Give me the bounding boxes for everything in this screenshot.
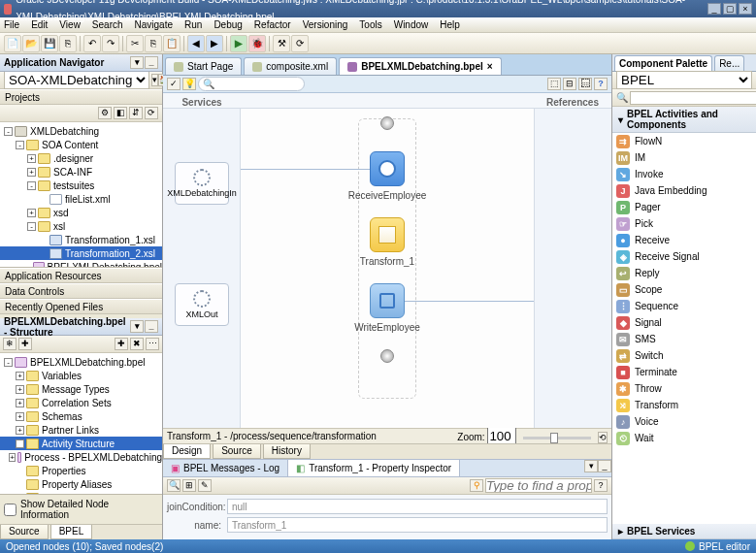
prop-help-button[interactable]: ? [594, 479, 608, 492]
process-canvas[interactable]: ReceiveEmployee Transform_1 WriteEmploye… [241, 109, 534, 428]
struct-freeze-button[interactable]: ❄ [3, 338, 16, 350]
palette-search-input[interactable] [630, 91, 756, 105]
palette-section-header[interactable]: ▾ BPEL Activities and Components [612, 107, 756, 133]
tab-design[interactable]: Design [163, 444, 211, 459]
proj-view-button[interactable]: ◧ [114, 107, 127, 119]
show-detail-input[interactable] [4, 504, 16, 516]
structure-menu-button[interactable]: ▾ [130, 320, 144, 333]
tree-node[interactable]: Transformation_2.xsl [0, 246, 162, 260]
forward-button[interactable]: ▶ [206, 35, 223, 52]
panel-close-button[interactable]: _ [145, 56, 158, 69]
editor-tab[interactable]: BPELXMLDebatching.bpel × [339, 57, 501, 75]
palette-item[interactable]: ✱Throw [612, 380, 756, 397]
recent-files-section[interactable]: Recently Opened Files [0, 299, 162, 314]
tree-expander[interactable]: + [27, 168, 36, 177]
bind-button[interactable]: ⚲ [470, 479, 483, 492]
main-toolbar[interactable]: 📄 📂 💾 ⎘ ↶ ↷ ✂ ⎘ 📋 ◀ ▶ ▶ 🐞 ⚒ ⟳ [0, 33, 756, 54]
palette-item[interactable]: ✉SMS [612, 331, 756, 347]
designer-toolbar[interactable]: ✓ 💡 🔍 ⬚ ⊟ ⿳ ? [163, 76, 611, 93]
palette-item[interactable]: ↩Reply [612, 265, 756, 281]
tree-expander[interactable]: - [16, 439, 24, 448]
palette-item[interactable]: ♪Voice [612, 413, 756, 430]
palette-item[interactable]: ↘Invoke [612, 166, 756, 182]
back-button[interactable]: ◀ [187, 35, 205, 52]
maximize-button[interactable]: ▢ [723, 3, 737, 15]
projects-section-header[interactable]: Projects [0, 89, 162, 105]
partner-link-out[interactable]: XMLOut [175, 283, 229, 326]
proj-sort-button[interactable]: ⇵ [129, 107, 143, 119]
palette-list[interactable]: ⇉FlowNIMIM↘InvokeJJava EmbeddingPPager☞P… [612, 133, 756, 524]
tree-node[interactable]: -BPELXMLDebatching.bpel [0, 355, 162, 369]
tree-node[interactable]: +Variables [0, 369, 162, 382]
zoom-slider[interactable] [523, 437, 591, 439]
highlight-button[interactable]: 💡 [182, 78, 196, 90]
validate-button[interactable]: ✓ [167, 78, 181, 90]
zoom-reset-button[interactable]: ⟲ [598, 432, 608, 443]
tree-node[interactable]: -Activity Structure [0, 437, 162, 450]
search-field[interactable]: 🔍 [198, 77, 305, 91]
menu-versioning[interactable]: Versioning [303, 19, 348, 30]
copy-button[interactable]: ⎘ [145, 35, 162, 52]
tree-expander[interactable]: - [4, 358, 13, 367]
tree-node[interactable]: +Process - BPELXMLDebatching [0, 450, 162, 464]
zoom-fit-button[interactable]: ⬚ [547, 78, 561, 90]
layout-button[interactable]: ⿳ [578, 78, 592, 90]
palette-type-selector[interactable]: BPEL [616, 71, 752, 89]
tree-node[interactable]: +.designer [0, 151, 162, 165]
palette-item[interactable]: JJava Embedding [612, 182, 756, 199]
menu-run[interactable]: Run [184, 19, 202, 30]
palette-item[interactable]: ⤨Transform [612, 397, 756, 413]
app-resources-section[interactable]: Application Resources [0, 268, 162, 283]
menu-debug[interactable]: Debug [214, 19, 242, 30]
help-button[interactable]: ? [594, 78, 608, 90]
tab-resource-palette[interactable]: Re... [714, 55, 744, 71]
tree-node[interactable]: -SOA Content [0, 138, 162, 151]
tree-node[interactable]: +xsd [0, 206, 162, 219]
undo-button[interactable]: ↶ [83, 35, 101, 52]
edit-button[interactable]: ✎ [198, 479, 212, 492]
palette-services-section[interactable]: ▸ BPEL Services [612, 524, 756, 539]
palette-item[interactable]: ◆Signal [612, 314, 756, 331]
tab-component-palette[interactable]: Component Palette [614, 55, 712, 71]
activity-write[interactable] [370, 283, 405, 318]
cut-button[interactable]: ✂ [126, 35, 144, 52]
tab-property-inspector[interactable]: ◧Transform_1 - Property Inspector [288, 460, 460, 476]
data-controls-section[interactable]: Data Controls [0, 283, 162, 299]
minimize-button[interactable]: _ [707, 3, 721, 15]
structure-tab-source[interactable]: Source [0, 525, 49, 539]
show-detail-checkbox[interactable]: Show Detailed Node Information [4, 499, 158, 520]
bpel-canvas[interactable]: XMLDebatchingIn ReceiveEmployee Transfor… [163, 109, 611, 428]
dock-minimize-button[interactable]: _ [598, 460, 611, 472]
redo-button[interactable]: ↷ [102, 35, 119, 52]
tree-node[interactable]: Transformation_1.xsl [0, 233, 162, 246]
palette-item[interactable]: ☞Pick [612, 215, 756, 232]
activity-receive[interactable] [370, 151, 405, 186]
collapse-button[interactable]: ⊟ [563, 78, 576, 90]
tree-expander[interactable]: + [16, 426, 24, 435]
menu-edit[interactable]: Edit [31, 19, 48, 30]
tree-node[interactable]: +Correlation Sets [0, 396, 162, 409]
menu-search[interactable]: Search [92, 19, 123, 30]
close-button[interactable]: × [739, 3, 752, 15]
tree-expander[interactable]: - [27, 222, 36, 231]
struct-delete-button[interactable]: ✖ [130, 338, 144, 350]
menu-view[interactable]: View [59, 19, 81, 30]
rebuild-button[interactable]: ⟳ [291, 35, 309, 52]
menu-navigate[interactable]: Navigate [135, 19, 173, 30]
application-selector[interactable]: SOA-XMLDebatching [4, 71, 149, 89]
palette-item[interactable]: ◈Receive Signal [612, 248, 756, 265]
tree-node[interactable]: -xsl [0, 219, 162, 233]
tree-node[interactable]: +SCA-INF [0, 165, 162, 179]
struct-new-button[interactable]: ✚ [18, 338, 32, 350]
tree-node[interactable]: -XMLDebatching [0, 124, 162, 138]
tree-expander[interactable]: + [27, 209, 36, 217]
tree-node[interactable]: Property Aliases [0, 477, 162, 491]
tree-expander[interactable]: - [4, 127, 13, 136]
palette-item[interactable]: ●Receive [612, 232, 756, 248]
tab-bpel-messages[interactable]: ▣BPEL Messages - Log [163, 460, 288, 476]
palette-item[interactable]: ▭Scope [612, 281, 756, 298]
editor-tab[interactable]: Start Page [165, 57, 242, 75]
tree-node[interactable]: +Partner Links [0, 423, 162, 437]
tree-node[interactable]: Sensor Actions [0, 491, 162, 495]
open-button[interactable]: 📂 [22, 35, 40, 52]
